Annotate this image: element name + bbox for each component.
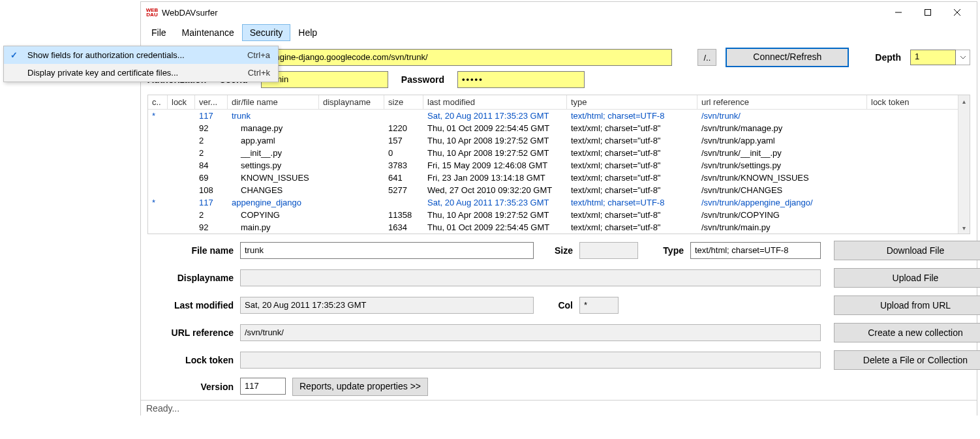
- col-url[interactable]: url reference: [697, 95, 867, 110]
- status-bar: Ready...: [141, 400, 977, 416]
- create-collection-button[interactable]: Create a new collection: [834, 323, 980, 342]
- type-value: text/html; charset=UTF-8: [690, 242, 821, 259]
- table-row[interactable]: *117appengine_djangoSat, 20 Aug 2011 17:…: [148, 196, 970, 209]
- col-ver[interactable]: ver...: [195, 95, 228, 110]
- displayname-value: [240, 269, 821, 286]
- menu-maintenance[interactable]: Maintenance: [174, 24, 242, 41]
- userid-input[interactable]: admin: [261, 71, 388, 88]
- menu-file[interactable]: File: [144, 24, 174, 41]
- locktoken-value: [240, 352, 821, 369]
- close-button[interactable]: [942, 3, 972, 22]
- connect-refresh-button[interactable]: Connect/Refresh: [726, 48, 849, 67]
- lastmod-value: Sat, 20 Aug 2011 17:35:23 GMT: [240, 297, 534, 314]
- size-label: Size: [540, 245, 573, 256]
- url-input[interactable]: gle-app-engine-django.googlecode.com/svn…: [235, 49, 672, 66]
- table-row[interactable]: 69KNOWN_ISSUES641Fri, 23 Jan 2009 13:14:…: [148, 172, 970, 184]
- parent-dir-button[interactable]: /..: [697, 49, 716, 66]
- col-label: Col: [540, 300, 573, 310]
- check-icon: ✓: [10, 50, 18, 60]
- menu-security[interactable]: Security: [242, 24, 291, 41]
- table-row[interactable]: 2__init__.py0Thu, 10 Apr 2008 19:27:52 G…: [148, 147, 970, 159]
- lastmod-label: Last modified: [149, 300, 234, 310]
- scroll-down-icon[interactable]: ▾: [958, 222, 970, 234]
- table-row[interactable]: 108CHANGES5277Wed, 27 Oct 2010 09:32:20 …: [148, 184, 970, 196]
- col-value: *: [579, 297, 619, 314]
- menubar: File Maintenance Security Help: [141, 23, 977, 44]
- col-disp[interactable]: displayname: [319, 95, 384, 110]
- menu-item-display-key-files[interactable]: Display private key and certificate file…: [4, 64, 278, 82]
- chevron-down-icon: [956, 50, 970, 65]
- table-row[interactable]: 2app.yaml157Thu, 10 Apr 2008 19:27:52 GM…: [148, 134, 970, 147]
- svg-rect-1: [925, 10, 930, 16]
- delete-button[interactable]: Delete a File or Collection: [834, 350, 980, 370]
- displayname-label: Displayname: [149, 273, 234, 283]
- table-row[interactable]: 92manage.py1220Thu, 01 Oct 2009 22:54:45…: [148, 122, 970, 134]
- grid-scrollbar[interactable]: ▴ ▾: [958, 95, 970, 234]
- app-window: WEBDAU WebDAVsurfer File Maintenance Sec…: [140, 1, 977, 416]
- password-input[interactable]: •••••: [457, 71, 585, 88]
- app-logo-icon: WEBDAU: [146, 7, 158, 18]
- size-value: [579, 242, 638, 259]
- col-size[interactable]: size: [384, 95, 423, 110]
- menu-item-show-auth-fields[interactable]: ✓ Show fields for authorization credenti…: [4, 46, 278, 64]
- password-label: Password: [401, 74, 444, 85]
- version-label: Version: [149, 382, 234, 392]
- col-mod[interactable]: last modified: [423, 95, 567, 110]
- reports-button[interactable]: Reports, update properties >>: [292, 378, 428, 396]
- urlref-label: URL reference: [149, 327, 234, 338]
- menu-help[interactable]: Help: [290, 24, 325, 41]
- download-file-button[interactable]: Download File: [834, 241, 980, 260]
- depth-select[interactable]: 1: [910, 50, 970, 65]
- col-c[interactable]: c..: [148, 95, 168, 110]
- col-tok[interactable]: lock token: [867, 95, 970, 110]
- scroll-up-icon[interactable]: ▴: [958, 95, 970, 107]
- version-input[interactable]: 117: [240, 378, 286, 395]
- minimize-button[interactable]: [883, 3, 913, 22]
- urlref-value: /svn/trunk/: [240, 324, 821, 341]
- maximize-button[interactable]: [913, 3, 942, 22]
- table-row[interactable]: 84settings.py3783Fri, 15 May 2009 12:46:…: [148, 159, 970, 172]
- details-panel: File name trunk Size Type text/html; cha…: [141, 234, 977, 400]
- table-row[interactable]: 92main.py1634Thu, 01 Oct 2009 22:54:45 G…: [148, 221, 970, 234]
- col-lock[interactable]: lock: [168, 95, 195, 110]
- grid-header: c.. lock ver... dir/file name displaynam…: [148, 95, 970, 110]
- col-type[interactable]: type: [567, 95, 697, 110]
- upload-from-url-button[interactable]: Upload from URL: [834, 295, 980, 315]
- security-dropdown: ✓ Show fields for authorization credenti…: [3, 46, 279, 82]
- upload-file-button[interactable]: Upload File: [834, 268, 980, 288]
- filename-input[interactable]: trunk: [240, 242, 534, 259]
- table-row[interactable]: *117trunkSat, 20 Aug 2011 17:35:23 GMTte…: [148, 110, 970, 122]
- locktoken-label: Lock token: [149, 355, 234, 365]
- file-grid[interactable]: c.. lock ver... dir/file name displaynam…: [147, 95, 970, 234]
- type-label: Type: [645, 245, 684, 256]
- depth-label: Depth: [875, 52, 901, 63]
- col-name[interactable]: dir/file name: [228, 95, 319, 110]
- filename-label: File name: [149, 245, 234, 256]
- table-row[interactable]: 2COPYING11358Thu, 10 Apr 2008 19:27:52 G…: [148, 209, 970, 221]
- titlebar: WEBDAU WebDAVsurfer: [141, 2, 977, 23]
- app-title: WebDAVsurfer: [162, 8, 883, 18]
